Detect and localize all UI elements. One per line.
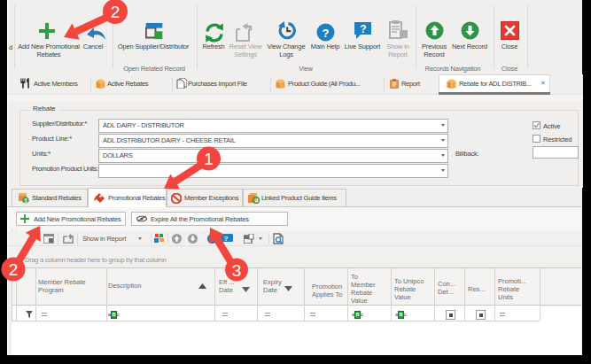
svg-text:3: 3 <box>232 261 242 280</box>
svg-text:1: 1 <box>204 150 214 168</box>
svg-text:2: 2 <box>9 260 19 279</box>
svg-text:2: 2 <box>111 3 121 21</box>
